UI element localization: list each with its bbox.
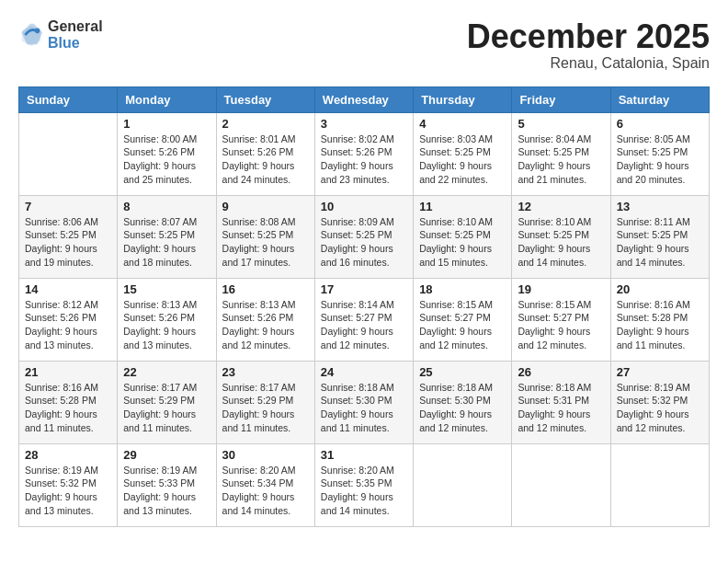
day-info: Sunrise: 8:00 AM Sunset: 5:26 PM Dayligh… [123, 132, 210, 187]
day-info: Sunrise: 8:16 AM Sunset: 5:28 PM Dayligh… [25, 381, 111, 435]
day-info: Sunrise: 8:19 AM Sunset: 5:32 PM Dayligh… [617, 381, 703, 435]
svg-point-2 [35, 28, 40, 33]
logo-text: General Blue [48, 18, 103, 51]
header-thursday: Thursday [414, 86, 512, 112]
day-number: 4 [419, 117, 506, 131]
day-info: Sunrise: 8:09 AM Sunset: 5:25 PM Dayligh… [321, 215, 407, 270]
calendar-cell: 27Sunrise: 8:19 AM Sunset: 5:32 PM Dayli… [610, 361, 709, 443]
day-number: 18 [419, 282, 506, 296]
day-number: 9 [222, 200, 309, 213]
day-info: Sunrise: 8:13 AM Sunset: 5:26 PM Dayligh… [123, 298, 210, 352]
day-number: 2 [222, 117, 309, 131]
calendar-cell: 28Sunrise: 8:19 AM Sunset: 5:32 PM Dayli… [19, 443, 118, 526]
day-info: Sunrise: 8:17 AM Sunset: 5:29 PM Dayligh… [123, 381, 210, 435]
day-number: 30 [222, 448, 309, 462]
header-wednesday: Wednesday [314, 86, 413, 112]
day-number: 31 [321, 448, 407, 462]
location-title: Renau, Catalonia, Spain [467, 55, 710, 72]
day-info: Sunrise: 8:18 AM Sunset: 5:31 PM Dayligh… [518, 381, 604, 435]
calendar-week-row-2: 14Sunrise: 8:12 AM Sunset: 5:26 PM Dayli… [19, 278, 710, 361]
calendar-cell: 26Sunrise: 8:18 AM Sunset: 5:31 PM Dayli… [512, 361, 610, 443]
calendar-cell: 15Sunrise: 8:13 AM Sunset: 5:26 PM Dayli… [118, 278, 216, 361]
day-info: Sunrise: 8:20 AM Sunset: 5:35 PM Dayligh… [321, 464, 407, 518]
calendar-cell: 2Sunrise: 8:01 AM Sunset: 5:26 PM Daylig… [216, 112, 314, 195]
calendar-cell: 11Sunrise: 8:10 AM Sunset: 5:25 PM Dayli… [414, 195, 512, 278]
day-info: Sunrise: 8:17 AM Sunset: 5:29 PM Dayligh… [222, 381, 309, 435]
day-number: 10 [321, 200, 407, 213]
weekday-header-row: Sunday Monday Tuesday Wednesday Thursday… [19, 86, 710, 112]
calendar-cell: 31Sunrise: 8:20 AM Sunset: 5:35 PM Dayli… [314, 443, 413, 526]
day-info: Sunrise: 8:05 AM Sunset: 5:25 PM Dayligh… [617, 132, 703, 187]
logo: General Blue [18, 18, 103, 51]
day-info: Sunrise: 8:18 AM Sunset: 5:30 PM Dayligh… [321, 381, 407, 435]
day-info: Sunrise: 8:19 AM Sunset: 5:33 PM Dayligh… [123, 464, 210, 518]
day-number: 29 [123, 448, 210, 462]
header-monday: Monday [118, 86, 216, 112]
day-number: 24 [321, 365, 407, 379]
day-info: Sunrise: 8:19 AM Sunset: 5:32 PM Dayligh… [25, 464, 111, 518]
day-number: 20 [617, 282, 703, 296]
calendar-cell: 8Sunrise: 8:07 AM Sunset: 5:25 PM Daylig… [118, 195, 216, 278]
day-info: Sunrise: 8:20 AM Sunset: 5:34 PM Dayligh… [222, 464, 309, 518]
page-container: General Blue December 2025 Renau, Catalo… [18, 18, 710, 527]
day-number: 11 [419, 200, 506, 213]
calendar-cell [19, 112, 118, 195]
calendar-cell: 7Sunrise: 8:06 AM Sunset: 5:25 PM Daylig… [19, 195, 118, 278]
day-info: Sunrise: 8:03 AM Sunset: 5:25 PM Dayligh… [419, 132, 506, 187]
day-info: Sunrise: 8:15 AM Sunset: 5:27 PM Dayligh… [419, 298, 506, 352]
calendar-cell: 29Sunrise: 8:19 AM Sunset: 5:33 PM Dayli… [118, 443, 216, 526]
day-number: 13 [617, 200, 703, 213]
calendar-week-row-0: 1Sunrise: 8:00 AM Sunset: 5:26 PM Daylig… [19, 112, 710, 195]
day-number: 26 [518, 365, 604, 379]
day-number: 25 [419, 365, 506, 379]
day-number: 5 [518, 117, 604, 131]
header-friday: Friday [512, 86, 610, 112]
logo-blue-text: Blue [48, 35, 103, 52]
day-number: 15 [123, 282, 210, 296]
calendar-cell [512, 443, 610, 526]
calendar-cell: 18Sunrise: 8:15 AM Sunset: 5:27 PM Dayli… [414, 278, 512, 361]
day-number: 8 [123, 200, 210, 213]
day-number: 17 [321, 282, 407, 296]
calendar-cell: 30Sunrise: 8:20 AM Sunset: 5:34 PM Dayli… [216, 443, 314, 526]
day-info: Sunrise: 8:15 AM Sunset: 5:27 PM Dayligh… [518, 298, 604, 352]
day-info: Sunrise: 8:07 AM Sunset: 5:25 PM Dayligh… [123, 215, 210, 270]
day-info: Sunrise: 8:10 AM Sunset: 5:25 PM Dayligh… [518, 215, 604, 270]
calendar-cell [610, 443, 709, 526]
day-number: 6 [617, 117, 703, 131]
day-info: Sunrise: 8:08 AM Sunset: 5:25 PM Dayligh… [222, 215, 309, 270]
calendar-cell: 1Sunrise: 8:00 AM Sunset: 5:26 PM Daylig… [118, 112, 216, 195]
day-number: 16 [222, 282, 309, 296]
day-info: Sunrise: 8:10 AM Sunset: 5:25 PM Dayligh… [419, 215, 506, 270]
day-info: Sunrise: 8:01 AM Sunset: 5:26 PM Dayligh… [222, 132, 309, 187]
calendar-cell: 5Sunrise: 8:04 AM Sunset: 5:25 PM Daylig… [512, 112, 610, 195]
calendar-cell: 4Sunrise: 8:03 AM Sunset: 5:25 PM Daylig… [414, 112, 512, 195]
calendar-cell: 17Sunrise: 8:14 AM Sunset: 5:27 PM Dayli… [314, 278, 413, 361]
calendar-week-row-3: 21Sunrise: 8:16 AM Sunset: 5:28 PM Dayli… [19, 361, 710, 443]
day-number: 12 [518, 200, 604, 213]
header: General Blue December 2025 Renau, Catalo… [18, 18, 710, 72]
calendar-cell: 25Sunrise: 8:18 AM Sunset: 5:30 PM Dayli… [414, 361, 512, 443]
calendar-cell: 16Sunrise: 8:13 AM Sunset: 5:26 PM Dayli… [216, 278, 314, 361]
calendar-cell: 12Sunrise: 8:10 AM Sunset: 5:25 PM Dayli… [512, 195, 610, 278]
calendar-cell: 6Sunrise: 8:05 AM Sunset: 5:25 PM Daylig… [610, 112, 709, 195]
day-number: 1 [123, 117, 210, 131]
calendar-cell: 24Sunrise: 8:18 AM Sunset: 5:30 PM Dayli… [314, 361, 413, 443]
month-title: December 2025 [467, 18, 710, 55]
calendar-cell [414, 443, 512, 526]
calendar-table: Sunday Monday Tuesday Wednesday Thursday… [18, 86, 710, 527]
calendar-cell: 13Sunrise: 8:11 AM Sunset: 5:25 PM Dayli… [610, 195, 709, 278]
day-number: 22 [123, 365, 210, 379]
day-number: 27 [617, 365, 703, 379]
day-number: 19 [518, 282, 604, 296]
day-info: Sunrise: 8:02 AM Sunset: 5:26 PM Dayligh… [321, 132, 407, 187]
day-info: Sunrise: 8:06 AM Sunset: 5:25 PM Dayligh… [25, 215, 111, 270]
header-sunday: Sunday [19, 86, 118, 112]
calendar-cell: 10Sunrise: 8:09 AM Sunset: 5:25 PM Dayli… [314, 195, 413, 278]
day-number: 21 [25, 365, 111, 379]
day-number: 3 [321, 117, 407, 131]
logo-icon [18, 22, 44, 48]
header-tuesday: Tuesday [216, 86, 314, 112]
day-info: Sunrise: 8:11 AM Sunset: 5:25 PM Dayligh… [617, 215, 703, 270]
day-info: Sunrise: 8:13 AM Sunset: 5:26 PM Dayligh… [222, 298, 309, 352]
